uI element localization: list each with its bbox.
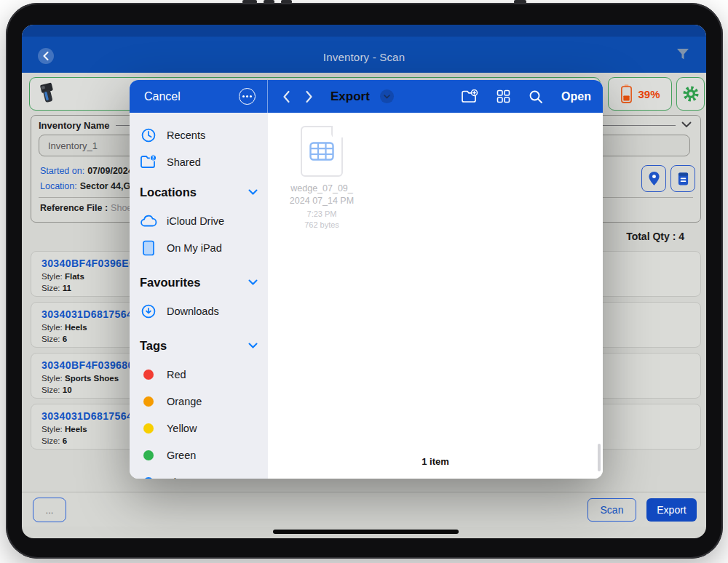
home-indicator[interactable] [273, 530, 459, 534]
navigation-bar: Inventory - Scan [22, 25, 706, 73]
tag-color-dot [143, 423, 154, 434]
sidebar-tag-red[interactable]: Red [130, 361, 268, 388]
tag-color-dot [143, 370, 154, 380]
file-size: 762 bytes [280, 220, 364, 231]
more-options-button[interactable]: ... [33, 498, 66, 522]
file-picker-sidebar: Recents Shared Locations [130, 113, 268, 479]
folder-dropdown-button[interactable] [380, 89, 394, 103]
scanner-icon [37, 81, 59, 106]
file-picker-dialog: Cancel Export [130, 80, 603, 479]
sidebar-item-recents[interactable]: Recents [130, 121, 268, 148]
folder-title: Export [331, 89, 370, 104]
started-label: Started on: [40, 166, 84, 176]
total-qty: Total Qty : 4 [626, 231, 684, 242]
location-label: Location: [40, 181, 77, 191]
style-label: Style: [41, 272, 63, 281]
page-title: Inventory - Scan [22, 51, 706, 63]
sidebar-tag-green[interactable]: Green [130, 442, 268, 468]
filter-icon[interactable] [676, 47, 690, 62]
file-name-line2: 2024 07_14 PM [280, 195, 364, 207]
size-value: 11 [63, 284, 71, 292]
style-value: Heels [65, 425, 87, 434]
tag-label: Blue [167, 476, 188, 479]
battery-icon [620, 83, 633, 105]
nav-forward-icon[interactable] [305, 90, 313, 103]
notes-button[interactable] [670, 165, 695, 192]
battery-percent: 39% [638, 88, 660, 100]
tag-color-dot [143, 396, 154, 407]
sidebar-item-label: Recents [167, 129, 205, 141]
tag-label: Green [167, 450, 196, 461]
app-screen: 30340BF4F0396EC Style: Flats Size: 11 30… [22, 25, 706, 538]
tag-label: Red [167, 369, 186, 380]
gear-icon [682, 85, 700, 103]
grid-view-icon[interactable] [496, 89, 510, 103]
chevron-down-icon [248, 189, 258, 195]
nav-back-icon[interactable] [282, 90, 290, 103]
sidebar-item-downloads[interactable]: Downloads [130, 298, 268, 324]
download-circle-icon [140, 303, 157, 319]
cancel-button[interactable]: Cancel [144, 90, 181, 103]
sidebar-tag-blue[interactable]: Blue [130, 468, 268, 479]
sidebar-item-label: Shared [167, 156, 201, 168]
battery-status: 39% [608, 77, 672, 111]
size-value: 6 [63, 335, 67, 343]
file-item[interactable]: wedge_07_09_ 2024 07_14 PM 7:23 PM 762 b… [280, 126, 364, 231]
location-pin-icon [648, 171, 660, 186]
spreadsheet-file-icon [301, 126, 343, 177]
file-time: 7:23 PM [280, 209, 364, 220]
sidebar-item-label: On My iPad [167, 242, 222, 254]
search-icon[interactable] [529, 89, 543, 104]
scan-button[interactable]: Scan [587, 498, 636, 522]
sidebar-section-favourites[interactable]: Favourites [130, 267, 268, 298]
more-menu-button[interactable] [239, 88, 256, 105]
ipad-frame: 30340BF4F0396EC Style: Flats Size: 11 30… [6, 3, 723, 559]
screenshot-stage: 30340BF4F0396EC Style: Flats Size: 11 30… [0, 0, 728, 563]
open-button[interactable]: Open [561, 90, 591, 103]
shared-folder-icon [140, 154, 157, 170]
ipad-icon [140, 240, 157, 256]
clock-icon [140, 127, 157, 143]
tag-label: Orange [167, 396, 202, 407]
size-label: Size: [41, 335, 60, 343]
settings-button[interactable] [676, 77, 705, 111]
item-count-status: 1 item [268, 456, 603, 467]
sidebar-tag-yellow[interactable]: Yellow [130, 415, 268, 442]
sidebar-section-locations[interactable]: Locations [130, 177, 268, 207]
file-picker-header: Cancel Export [130, 80, 603, 113]
size-label: Size: [41, 284, 60, 292]
new-folder-icon[interactable] [461, 89, 478, 104]
sidebar-section-tags[interactable]: Tags [130, 330, 268, 361]
file-name-line1: wedge_07_09_ [280, 183, 364, 195]
chevron-down-icon [248, 343, 258, 348]
chevron-down-icon [384, 95, 390, 99]
style-label: Style: [41, 374, 63, 383]
ellipsis-icon [242, 95, 245, 97]
tag-color-dot [143, 450, 154, 460]
chevron-down-icon[interactable] [681, 121, 692, 128]
tag-label: Yellow [167, 423, 197, 434]
table-glyph-icon [309, 142, 334, 161]
tag-color-dot [143, 477, 154, 479]
inventory-name-label: Inventory Name [39, 120, 110, 131]
file-browser-area: wedge_07_09_ 2024 07_14 PM 7:23 PM 762 b… [268, 113, 603, 479]
size-label: Size: [41, 386, 60, 394]
style-value: Sports Shoes [65, 374, 119, 383]
style-label: Style: [41, 425, 63, 434]
chevron-down-icon [248, 279, 258, 285]
sidebar-item-shared[interactable]: Shared [130, 148, 268, 175]
scrollbar[interactable] [598, 444, 601, 471]
style-value: Heels [65, 323, 87, 332]
style-value: Flats [65, 272, 84, 281]
reference-file-label: Reference File : [40, 203, 108, 213]
sidebar-tag-orange[interactable]: Orange [130, 388, 268, 415]
sidebar-item-icloud-drive[interactable]: iCloud Drive [130, 207, 268, 234]
location-pin-button[interactable] [641, 165, 666, 192]
size-value: 6 [63, 436, 67, 445]
style-label: Style: [41, 323, 63, 332]
bottom-bar: ... Scan Export [22, 492, 706, 527]
sidebar-item-label: Downloads [167, 306, 219, 317]
sidebar-item-on-my-ipad[interactable]: On My iPad [130, 234, 268, 261]
notes-icon [677, 171, 689, 186]
export-button[interactable]: Export [646, 498, 697, 522]
